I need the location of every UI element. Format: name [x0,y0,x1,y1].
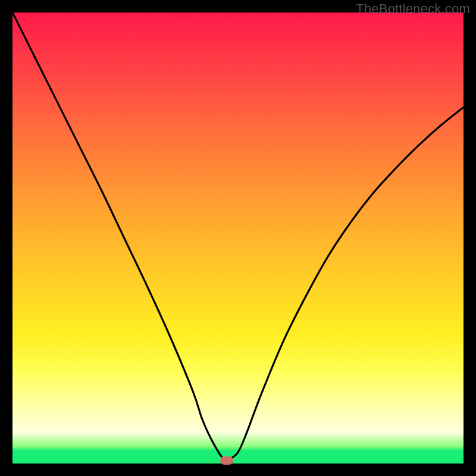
bottleneck-curve [12,12,464,464]
minimum-marker-dot [220,456,233,465]
plot-area [12,12,464,464]
watermark-text: TheBottleneck.com [356,1,470,17]
